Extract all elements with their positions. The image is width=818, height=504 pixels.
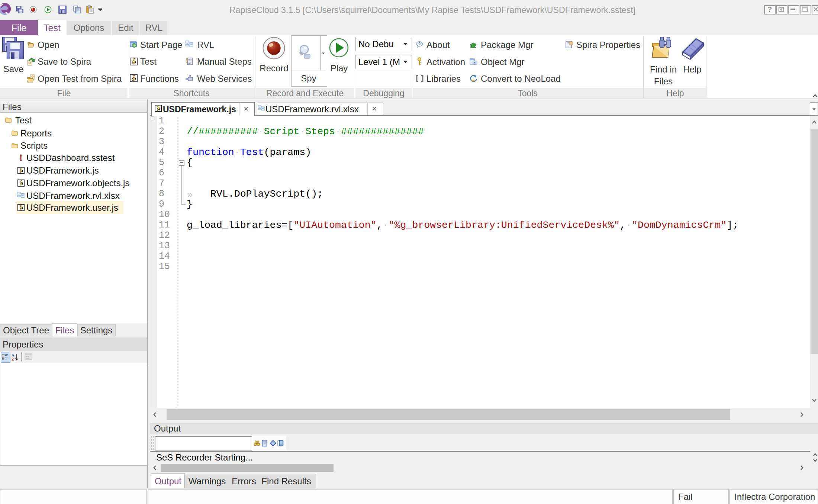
svg-text:A: A xyxy=(12,353,15,357)
svg-text:?: ? xyxy=(418,42,421,46)
svg-text:Z: Z xyxy=(12,357,14,361)
